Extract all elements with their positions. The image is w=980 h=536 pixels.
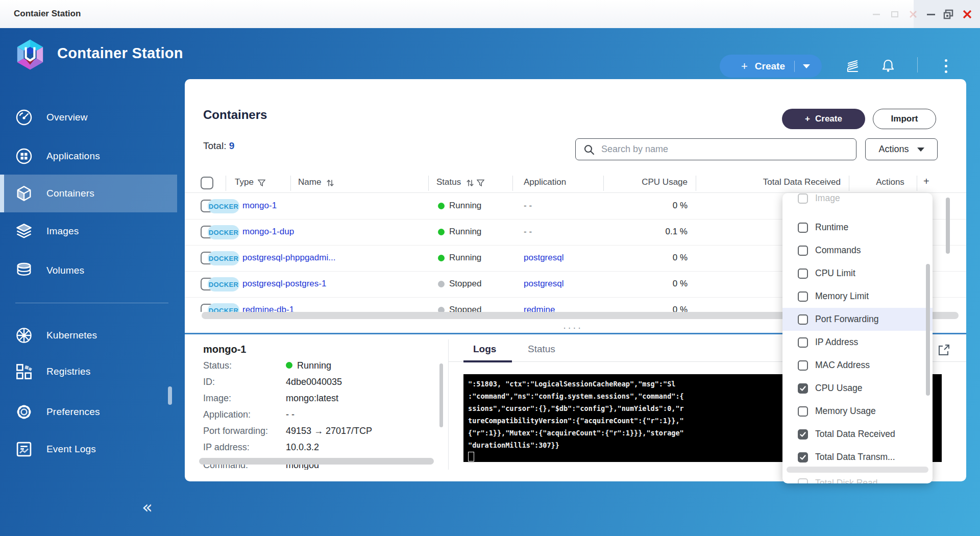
- sidebar-item-containers[interactable]: Containers: [0, 175, 177, 212]
- column-status[interactable]: Status: [436, 177, 461, 187]
- minimize-button[interactable]: [926, 9, 936, 19]
- application-link[interactable]: redmine: [524, 305, 555, 312]
- more-options-icon[interactable]: [942, 57, 950, 75]
- search-input[interactable]: [600, 143, 856, 155]
- dropdown-item-memory-limit[interactable]: Memory Limit: [782, 285, 933, 308]
- button-divider: [794, 61, 795, 72]
- select-all-checkbox[interactable]: [201, 177, 213, 189]
- container-name-link[interactable]: mongo-1: [242, 201, 277, 211]
- container-name-link[interactable]: postgresql-postgres-1: [242, 279, 326, 289]
- create-container-button[interactable]: + Create: [782, 109, 865, 129]
- plus-icon: +: [805, 114, 810, 124]
- tab-status[interactable]: Status: [528, 344, 555, 355]
- column-actions[interactable]: Actions: [873, 177, 907, 187]
- checkbox-unchecked[interactable]: [798, 314, 808, 325]
- sidebar: Overview Applications Contain: [0, 79, 177, 536]
- sidebar-item-kubernetes[interactable]: Kubernetes: [0, 318, 177, 353]
- event-log-icon: [14, 440, 34, 459]
- application-link[interactable]: postgresql: [524, 253, 564, 263]
- status-text: Stopped: [449, 305, 481, 312]
- dropdown-item-memory-usage[interactable]: Memory Usage: [782, 400, 933, 423]
- checkbox-unchecked[interactable]: [798, 291, 808, 302]
- cpu-usage-value: 0 %: [616, 201, 688, 211]
- search-box[interactable]: [575, 138, 856, 160]
- checkbox-checked[interactable]: [798, 452, 808, 462]
- detail-row: ID: 4dbe0040035: [203, 377, 443, 390]
- checkbox-checked[interactable]: [798, 383, 808, 394]
- sidebar-item-registries[interactable]: Registries: [0, 354, 177, 389]
- actions-label: Actions: [878, 144, 909, 155]
- column-type[interactable]: Type: [235, 177, 254, 187]
- panel-divider: [448, 339, 449, 470]
- dropdown-item-total-data-transmitted[interactable]: Total Data Transm...: [782, 446, 933, 469]
- sort-icon[interactable]: [326, 179, 334, 189]
- column-application[interactable]: Application: [524, 177, 566, 187]
- checkbox-unchecked[interactable]: [798, 193, 808, 204]
- sidebar-item-applications[interactable]: Applications: [0, 138, 177, 174]
- dropdown-item-mac-address[interactable]: MAC Address: [782, 354, 933, 377]
- notifications-bell-icon[interactable]: [879, 57, 897, 75]
- details-vertical-scrollbar[interactable]: [439, 363, 443, 427]
- tab-logs[interactable]: Logs: [473, 344, 496, 355]
- dropdown-item-cpu-limit[interactable]: CPU Limit: [782, 262, 933, 285]
- dropdown-item-runtime[interactable]: Runtime: [782, 216, 933, 239]
- dropdown-item-commands[interactable]: Commands: [782, 239, 933, 262]
- column-total-data-received[interactable]: Total Data Received: [751, 177, 841, 187]
- dropdown-item-ip-address[interactable]: IP Address: [782, 331, 933, 354]
- minimize-icon-faded: [871, 9, 881, 19]
- actions-dropdown-button[interactable]: Actions: [865, 138, 938, 160]
- chevron-down-icon: [917, 148, 924, 152]
- details-horizontal-scrollbar[interactable]: [199, 458, 434, 465]
- checkbox-unchecked[interactable]: [798, 337, 808, 348]
- import-button[interactable]: Import: [873, 109, 936, 129]
- cube-icon: [14, 184, 34, 203]
- sidebar-item-event-logs[interactable]: Event Logs: [0, 431, 177, 467]
- resource-monitor-icon[interactable]: [843, 57, 862, 75]
- dropdown-item-total-data-received[interactable]: Total Data Received: [782, 423, 933, 446]
- filter-icon[interactable]: [477, 179, 484, 189]
- popout-icon[interactable]: [937, 344, 950, 357]
- sidebar-item-preferences[interactable]: Preferences: [0, 394, 177, 430]
- detail-value: mongo:latest: [286, 393, 338, 404]
- detail-value: 10.0.3.2: [286, 442, 319, 453]
- filter-icon[interactable]: [258, 179, 265, 189]
- restore-button[interactable]: [943, 9, 953, 19]
- type-badge: DOCKER: [208, 225, 239, 239]
- container-name-link[interactable]: redmine-db-1: [242, 305, 294, 312]
- checkbox-unchecked[interactable]: [798, 269, 808, 279]
- column-cpu-usage[interactable]: CPU Usage: [616, 177, 688, 187]
- dropdown-item-total-disk-read[interactable]: Total Disk Read: [782, 472, 933, 483]
- application-link[interactable]: postgresql: [524, 279, 564, 289]
- dropdown-item-image[interactable]: Image: [782, 193, 933, 210]
- sidebar-item-volumes[interactable]: Volumes: [0, 253, 177, 288]
- search-icon: [583, 143, 595, 156]
- chevron-down-icon[interactable]: [803, 64, 810, 68]
- sidebar-collapse-button[interactable]: «: [142, 497, 153, 517]
- total-value: 9: [229, 140, 235, 151]
- checkbox-unchecked[interactable]: [798, 360, 808, 371]
- splitter-drag-handle[interactable]: ····: [562, 325, 583, 330]
- checkbox-unchecked[interactable]: [798, 246, 808, 256]
- container-name-link[interactable]: postgresql-phppgadmi...: [242, 253, 335, 263]
- close-button[interactable]: [962, 9, 972, 19]
- checkbox-unchecked[interactable]: [798, 478, 808, 484]
- column-name[interactable]: Name: [298, 177, 321, 187]
- sort-icon[interactable]: [466, 179, 474, 189]
- checkbox-checked[interactable]: [798, 429, 808, 440]
- page-title: Containers: [203, 108, 267, 122]
- sidebar-item-images[interactable]: Images: [0, 213, 177, 249]
- add-column-button[interactable]: +: [923, 176, 929, 187]
- cpu-usage-value: 0 %: [616, 279, 688, 289]
- checkbox-unchecked[interactable]: [798, 406, 808, 417]
- checkbox-unchecked[interactable]: [798, 223, 808, 233]
- header-create-button[interactable]: + Create: [720, 55, 822, 78]
- dropdown-item-port-forwarding[interactable]: Port Forwarding: [782, 308, 933, 331]
- dropdown-vertical-scrollbar[interactable]: [926, 264, 930, 396]
- sidebar-scrollbar-thumb[interactable]: [168, 386, 172, 405]
- container-name-link[interactable]: mongo-1-dup: [242, 227, 294, 237]
- create-label: Create: [815, 114, 842, 124]
- dropdown-item-cpu-usage[interactable]: CPU Usage: [782, 377, 933, 400]
- sidebar-item-label: Overview: [46, 112, 88, 123]
- table-vertical-scrollbar[interactable]: [946, 198, 950, 254]
- sidebar-item-overview[interactable]: Overview: [0, 100, 177, 135]
